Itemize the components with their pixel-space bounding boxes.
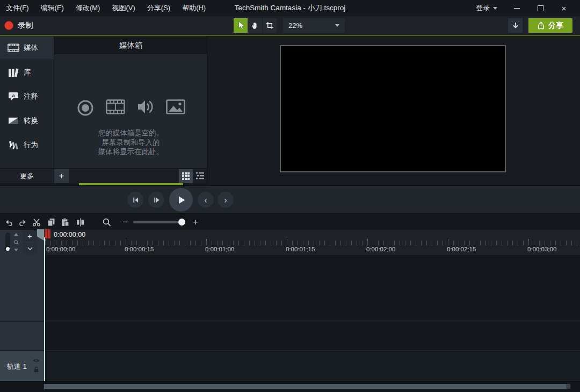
crop-tool-button[interactable] xyxy=(263,18,277,33)
empty-text-line: 您的媒体箱是空的。 xyxy=(54,128,207,138)
timeline-ruler[interactable]: 0:00:00;00 0:00:00;15 0:00:01;00 0:00:01… xyxy=(44,230,580,255)
sidebar-item-library[interactable]: 库 xyxy=(0,60,54,84)
menu-modify[interactable]: 修改(M) xyxy=(70,0,106,16)
cursor-tool-button[interactable] xyxy=(234,18,248,33)
split-button[interactable] xyxy=(74,216,86,228)
list-view-icon xyxy=(196,172,204,179)
share-label: 分享 xyxy=(548,21,563,31)
timeline-zoom-button[interactable] xyxy=(101,216,113,228)
annotation-icon: a xyxy=(7,91,20,102)
track-gutter-empty xyxy=(0,255,44,321)
sidebar-item-label: 转换 xyxy=(24,116,38,126)
timeline-zoom-in-button[interactable]: + xyxy=(190,216,201,228)
share-button[interactable]: 分享 xyxy=(528,18,572,33)
track1-label: 轨道 1 xyxy=(7,362,27,372)
sidebar-item-annotations[interactable]: a 注释 xyxy=(0,84,54,108)
arrow-up-icon xyxy=(14,233,18,236)
playback-bar: ‹ › 00:00 / 00:00 30 fps ⚙ 属性 xyxy=(0,185,580,213)
ruler-label: 0:00:03;00 xyxy=(527,246,556,252)
menu-view[interactable]: 视图(V) xyxy=(106,0,141,16)
play-button[interactable] xyxy=(169,188,193,212)
step-forward-button[interactable] xyxy=(148,192,164,208)
login-label: 登录 xyxy=(476,3,490,13)
timeline-scrollbar-thumb[interactable] xyxy=(44,384,566,389)
track-height-slider[interactable] xyxy=(5,233,10,252)
login-menu[interactable]: 登录 xyxy=(468,3,505,13)
add-tab-button[interactable]: + xyxy=(54,168,69,183)
track-height-zoom-widget[interactable] xyxy=(13,233,19,251)
media-bin-empty-text: 您的媒体箱是空的。 屏幕录制和导入的 媒体将显示在此处。 xyxy=(54,128,207,157)
copy-icon xyxy=(47,218,55,227)
track-lane-empty[interactable] xyxy=(44,322,580,351)
previous-frame-button[interactable] xyxy=(127,192,143,208)
ruler-label: 0:00:02;15 xyxy=(447,246,476,252)
track-lane-empty[interactable] xyxy=(44,255,580,321)
track-lock-icon[interactable] xyxy=(33,366,39,373)
menu-file[interactable]: 文件(F) xyxy=(0,0,35,16)
menu-help[interactable]: 帮助(H) xyxy=(176,0,212,16)
download-button[interactable] xyxy=(508,18,523,33)
sidebar-item-transitions[interactable]: 转换 xyxy=(0,108,54,133)
chevron-left-icon: ‹ xyxy=(204,195,207,205)
chevron-down-icon xyxy=(27,247,33,250)
crop-icon xyxy=(266,21,274,30)
timeline-zoom-thumb[interactable] xyxy=(178,219,185,226)
maximize-icon xyxy=(538,5,543,11)
track-visibility-icon[interactable] xyxy=(33,358,40,363)
ruler-label: 0:00:00;15 xyxy=(125,246,154,252)
ruler-minor-ticks xyxy=(45,241,580,245)
cut-button[interactable] xyxy=(31,216,42,228)
close-icon: × xyxy=(562,4,567,12)
sidebar-item-behaviors[interactable]: 行为 xyxy=(0,133,54,157)
minimize-button[interactable] xyxy=(505,0,528,16)
timeline-scrollbar-track[interactable] xyxy=(0,381,580,392)
undo-button[interactable] xyxy=(3,216,15,228)
undo-icon xyxy=(5,219,13,226)
sidebar-item-media[interactable]: 媒体 xyxy=(0,36,54,60)
paste-button[interactable] xyxy=(59,216,71,228)
list-view-button[interactable] xyxy=(193,169,207,183)
timeline-tracks: 轨道 1 xyxy=(0,255,580,381)
cursor-icon xyxy=(237,21,245,30)
chevron-down-icon xyxy=(335,24,339,27)
media-bin-tab[interactable]: 媒体箱 xyxy=(54,37,207,54)
timeline-scrollbar-cap xyxy=(566,384,570,389)
jump-back-button[interactable]: ‹ xyxy=(198,192,214,208)
redo-button[interactable] xyxy=(17,216,28,228)
close-button[interactable]: × xyxy=(552,0,576,16)
timeline-zoom-out-button[interactable]: − xyxy=(119,216,131,228)
copy-button[interactable] xyxy=(45,216,57,228)
step-forward-icon xyxy=(153,197,160,204)
sidebar-more-button[interactable]: 更多 xyxy=(0,168,54,183)
arrow-down-icon xyxy=(14,249,18,251)
track1-header[interactable]: 轨道 1 xyxy=(0,351,44,381)
transition-icon xyxy=(7,115,20,126)
canvas-zoom-dropdown[interactable]: 22% xyxy=(283,18,345,33)
split-icon xyxy=(76,218,84,227)
playhead-line[interactable] xyxy=(44,237,45,381)
record-button[interactable]: 录制 xyxy=(4,16,33,35)
library-icon xyxy=(7,67,20,78)
track-gutter-empty xyxy=(0,322,44,351)
maximize-button[interactable] xyxy=(528,0,552,16)
menu-edit[interactable]: 编辑(E) xyxy=(35,0,70,16)
sidebar-item-label: 注释 xyxy=(24,92,38,101)
sidebar-item-label: 库 xyxy=(24,68,31,77)
record-icon xyxy=(4,21,13,30)
playhead-trim-handle[interactable] xyxy=(45,229,50,238)
track-height-thumb[interactable] xyxy=(6,247,10,251)
add-track-button[interactable]: + xyxy=(23,230,37,242)
menu-share[interactable]: 分享(S) xyxy=(141,0,176,16)
pan-tool-button[interactable] xyxy=(248,18,262,33)
track1-lane[interactable] xyxy=(44,351,580,381)
more-label: 更多 xyxy=(20,171,34,181)
grid-view-button[interactable] xyxy=(179,169,193,183)
media-bin-empty-icons xyxy=(54,99,207,117)
jump-forward-button[interactable]: › xyxy=(218,192,234,208)
play-icon xyxy=(176,195,186,205)
sidebar-item-label: 行为 xyxy=(24,140,38,150)
track-options-button[interactable] xyxy=(23,243,37,254)
download-icon xyxy=(512,22,519,30)
preview-stage[interactable] xyxy=(280,45,506,172)
timeline-zoom-slider[interactable] xyxy=(133,221,178,223)
